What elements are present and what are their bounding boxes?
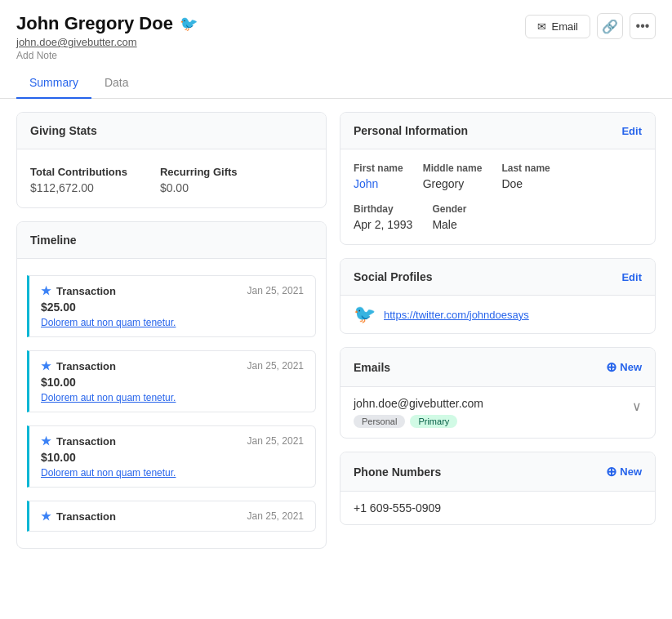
personal-info-card: Personal Information Edit First name Joh…	[340, 112, 656, 245]
giving-stats-header: Giving Stats	[17, 113, 326, 149]
chevron-down-icon[interactable]: ∨	[632, 399, 642, 414]
gender-field: Gender Male	[432, 203, 466, 231]
name-fields-row: First name John Middle name Gregory Last…	[354, 163, 642, 190]
more-icon: •••	[636, 19, 650, 33]
transaction-name: Transaction	[56, 435, 116, 448]
header-left: John Gregory Doe 🐦 john.doe@givebutter.c…	[16, 13, 198, 61]
birthday-gender-row: Birthday Apr 2, 1993 Gender Male	[354, 203, 642, 231]
transaction-label: ★ Transaction	[41, 434, 116, 448]
plus-icon: ⊕	[606, 464, 616, 479]
total-contributions: Total Contributions $112,672.00	[30, 166, 127, 194]
badge-personal: Personal	[354, 415, 405, 428]
first-name-value: John	[354, 177, 403, 190]
email-button-label: Email	[551, 20, 578, 33]
personal-info-body: First name John Middle name Gregory Last…	[340, 149, 655, 244]
transaction-date: Jan 25, 2021	[247, 510, 304, 522]
total-label: Total Contributions	[30, 166, 127, 178]
timeline-item-inner: ★ Transaction Jan 25, 2021	[41, 510, 304, 523]
birthday-field: Birthday Apr 2, 1993	[354, 203, 412, 231]
plus-icon: ⊕	[606, 359, 616, 375]
timeline-title: Timeline	[30, 234, 77, 247]
page-header: John Gregory Doe 🐦 john.doe@givebutter.c…	[0, 0, 672, 68]
phone-numbers-header: Phone Numbers ⊕ New	[340, 452, 655, 492]
tab-data[interactable]: Data	[91, 68, 142, 99]
link-button[interactable]: 🔗	[597, 13, 623, 39]
recurring-value: $0.00	[160, 181, 238, 194]
star-icon: ★	[41, 284, 51, 297]
tab-summary[interactable]: Summary	[16, 68, 91, 99]
giving-stats-card: Giving Stats Total Contributions $112,67…	[16, 112, 327, 208]
recurring-gifts: Recurring Gifts $0.00	[160, 166, 238, 194]
social-profiles-card: Social Profiles Edit 🐦 https://twitter.c…	[340, 258, 656, 334]
transaction-note[interactable]: Dolorem aut non quam tenetur.	[41, 467, 304, 479]
social-profiles-body: 🐦 https://twitter.com/johndoesays	[340, 296, 655, 333]
middle-name-value: Gregory	[423, 177, 483, 190]
email-button[interactable]: ✉ Email	[525, 15, 590, 38]
personal-info-edit[interactable]: Edit	[621, 125, 642, 137]
left-column: Giving Stats Total Contributions $112,67…	[16, 112, 327, 549]
tabs-bar: Summary Data	[0, 68, 672, 99]
transaction-note[interactable]: Dolorem aut non quam tenetur.	[41, 317, 304, 328]
timeline-card: Timeline ★ Transaction Jan 25, 2021	[16, 221, 327, 549]
social-profiles-title: Social Profiles	[354, 270, 432, 283]
list-item: ★ Transaction Jan 25, 2021	[27, 501, 316, 532]
birthday-label: Birthday	[354, 203, 412, 215]
star-icon: ★	[41, 510, 51, 523]
add-note-link[interactable]: Add Note	[16, 50, 57, 61]
last-name-field: Last name Doe	[501, 163, 550, 190]
email-icon: ✉	[537, 20, 546, 33]
phone-number: +1 609-555-0909	[354, 501, 642, 514]
transaction-date: Jan 25, 2021	[247, 435, 304, 447]
transaction-name: Transaction	[56, 510, 116, 523]
timeline-item-header: ★ Transaction Jan 25, 2021	[41, 359, 304, 372]
transaction-date: Jan 25, 2021	[247, 360, 304, 372]
email-entry: john.doe@givebutter.com Personal Primary…	[354, 397, 642, 428]
timeline-header: Timeline	[17, 222, 326, 259]
phone-numbers-body: +1 609-555-0909	[340, 492, 655, 524]
contact-email-link[interactable]: john.doe@givebutter.com	[16, 36, 198, 48]
first-name-label: First name	[354, 163, 403, 174]
transaction-name: Transaction	[56, 360, 116, 372]
giving-stats-body: Total Contributions $112,672.00 Recurrin…	[17, 149, 326, 207]
badge-primary: Primary	[410, 415, 457, 428]
transaction-note[interactable]: Dolorem aut non quam tenetur.	[41, 392, 304, 403]
contact-name: John Gregory Doe	[16, 13, 173, 34]
new-email-label: New	[620, 361, 642, 373]
last-name-value: Doe	[501, 177, 550, 190]
transaction-amount: $10.00	[41, 451, 304, 464]
phone-numbers-card: Phone Numbers ⊕ New +1 609-555-0909	[340, 452, 656, 525]
phone-numbers-title: Phone Numbers	[354, 465, 441, 479]
new-phone-label: New	[620, 465, 642, 478]
social-profiles-edit[interactable]: Edit	[621, 271, 642, 283]
timeline-items: ★ Transaction Jan 25, 2021 $25.00 Dolore…	[27, 269, 316, 538]
giving-stats-title: Giving Stats	[30, 124, 97, 137]
middle-name-field: Middle name Gregory	[423, 163, 483, 190]
more-button[interactable]: •••	[630, 13, 656, 39]
personal-info-title: Personal Information	[354, 124, 468, 137]
recurring-label: Recurring Gifts	[160, 166, 238, 178]
email-details: john.doe@givebutter.com Personal Primary	[354, 397, 483, 428]
social-profiles-header: Social Profiles Edit	[340, 259, 655, 296]
new-phone-button[interactable]: ⊕ New	[606, 464, 642, 479]
timeline-item-inner: ★ Transaction Jan 25, 2021 $10.00 Dolore…	[41, 359, 304, 403]
twitter-url[interactable]: https://twitter.com/johndoesays	[384, 309, 529, 321]
main-content: Giving Stats Total Contributions $112,67…	[0, 112, 672, 565]
transaction-label: ★ Transaction	[41, 510, 116, 523]
emails-card: Emails ⊕ New john.doe@givebutter.com Per…	[340, 347, 656, 439]
middle-name-label: Middle name	[423, 163, 483, 174]
personal-info-header: Personal Information Edit	[340, 113, 655, 149]
timeline-item-header: ★ Transaction Jan 25, 2021	[41, 434, 304, 448]
email-badges: Personal Primary	[354, 415, 483, 428]
timeline-item-header: ★ Transaction Jan 25, 2021	[41, 284, 304, 297]
twitter-bird-icon: 🐦	[354, 304, 376, 325]
emails-body: john.doe@givebutter.com Personal Primary…	[340, 387, 655, 438]
twitter-icon: 🐦	[180, 15, 198, 33]
birthday-value: Apr 2, 1993	[354, 218, 412, 231]
emails-title: Emails	[354, 361, 390, 374]
total-value: $112,672.00	[30, 181, 127, 194]
emails-header: Emails ⊕ New	[340, 348, 655, 387]
timeline-body: ★ Transaction Jan 25, 2021 $25.00 Dolore…	[17, 259, 326, 548]
link-icon: 🔗	[602, 19, 618, 34]
timeline-item-header: ★ Transaction Jan 25, 2021	[41, 510, 304, 523]
new-email-button[interactable]: ⊕ New	[606, 359, 642, 375]
